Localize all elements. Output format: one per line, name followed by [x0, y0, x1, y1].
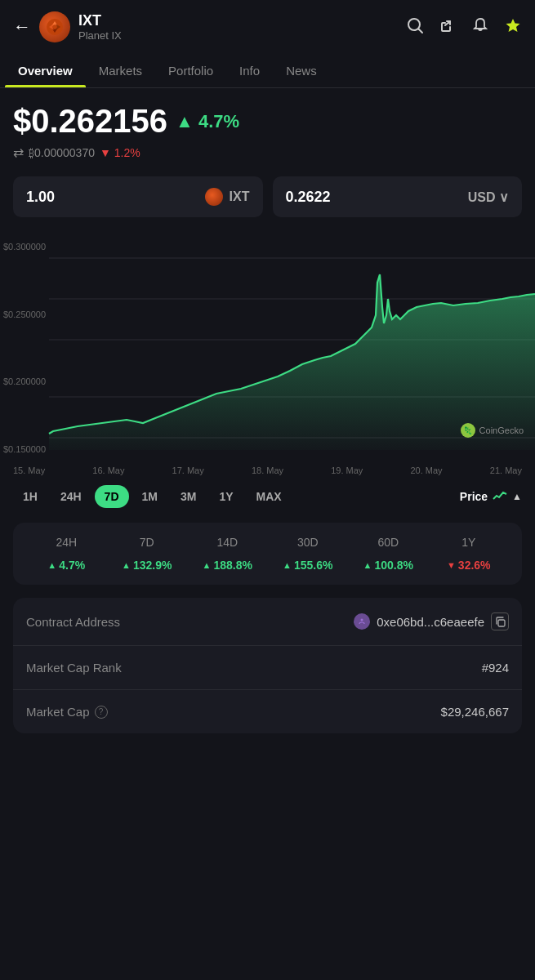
- y-label-2: $0.250000: [0, 310, 46, 319]
- market-cap-row: Market Cap ? $29,246,667: [13, 690, 522, 733]
- perf-val-30d: ▲155.6%: [268, 559, 349, 572]
- x-label-4: 18. May: [252, 466, 283, 475]
- coin-fullname: Planet IX: [78, 29, 122, 42]
- x-label-5: 19. May: [331, 466, 363, 475]
- contract-badge-icon: [354, 613, 370, 630]
- y-label-1: $0.300000: [0, 242, 46, 252]
- perf-header-60d: 60D: [348, 536, 429, 549]
- time-btn-24h[interactable]: 24H: [51, 485, 91, 508]
- price-section: $0.262156 ▲ 4.7% ⇄ ₿0.00000370 ▼ 1.2%: [0, 88, 535, 167]
- info-section: Contract Address 0xe06bd...c6eaeefe Mark…: [13, 598, 522, 733]
- y-label-3: $0.200000: [0, 376, 46, 386]
- contract-label: Contract Address: [26, 615, 120, 629]
- perf-val-24h: ▲4.7%: [26, 559, 107, 572]
- chart-icon: [493, 489, 507, 504]
- coingecko-logo: 🦎: [461, 423, 475, 438]
- time-btn-1h[interactable]: 1H: [13, 485, 47, 508]
- perf-val-1y: ▼32.6%: [429, 559, 510, 572]
- chart-y-labels: $0.300000 $0.250000 $0.200000 $0.150000: [0, 234, 46, 462]
- header-left: ← IXT Planet IX: [13, 11, 122, 42]
- performance-table: 24H 7D 14D 30D 60D 1Y ▲4.7% ▲132.9% ▲188…: [13, 523, 522, 585]
- converter-left-value: 1.00: [26, 189, 198, 206]
- x-label-7: 21. May: [490, 466, 522, 475]
- nav-tabs: Overview Markets Portfolio Info News: [0, 54, 535, 88]
- price-toggle-label: Price: [460, 490, 488, 503]
- coingecko-label: CoinGecko: [479, 425, 524, 435]
- time-btn-1m[interactable]: 1M: [132, 485, 167, 508]
- converter-left-currency: IXT: [230, 189, 250, 204]
- x-label-1: 15. May: [13, 466, 45, 475]
- perf-val-7d: ▲132.9%: [107, 559, 188, 572]
- tab-news[interactable]: News: [273, 54, 330, 87]
- main-price-container: $0.262156 ▲ 4.7%: [13, 103, 522, 140]
- market-cap-value: $29,246,667: [441, 705, 509, 719]
- perf-header-30d: 30D: [268, 536, 349, 549]
- chart-x-labels: 15. May 16. May 17. May 18. May 19. May …: [0, 462, 535, 477]
- coin-ticker: IXT: [78, 12, 122, 29]
- price-change-positive: ▲ 4.7%: [176, 111, 239, 132]
- copy-button[interactable]: [491, 612, 509, 630]
- search-icon[interactable]: [406, 16, 424, 38]
- perf-header-7d: 7D: [107, 536, 188, 549]
- perf-val-14d: ▲188.8%: [187, 559, 268, 572]
- converter-right-currency: USD ∨: [468, 189, 509, 205]
- help-icon: ?: [95, 706, 108, 719]
- tab-info[interactable]: Info: [226, 54, 273, 87]
- coin-logo: [39, 11, 70, 42]
- share-icon[interactable]: [439, 16, 457, 38]
- star-icon[interactable]: [504, 16, 522, 38]
- header-icons: [406, 16, 522, 38]
- market-cap-label: Market Cap ?: [26, 705, 108, 719]
- x-label-2: 16. May: [92, 466, 124, 475]
- market-cap-rank-label: Market Cap Rank: [26, 661, 122, 675]
- perf-header-14d: 14D: [187, 536, 268, 549]
- bell-icon[interactable]: [471, 16, 489, 38]
- time-btn-1y[interactable]: 1Y: [209, 485, 243, 508]
- main-price-value: $0.262156: [13, 103, 167, 140]
- svg-marker-7: [506, 19, 520, 32]
- market-cap-rank-value: #924: [482, 661, 509, 675]
- svg-rect-15: [498, 620, 505, 626]
- y-label-4: $0.150000: [0, 444, 46, 454]
- btc-value: ₿0.00000370: [29, 146, 95, 159]
- ixt-icon: [205, 188, 223, 206]
- chart-container: $0.300000 $0.250000 $0.200000 $0.150000 …: [0, 234, 535, 462]
- contract-value: 0xe06bd...c6eaeefe: [354, 612, 509, 630]
- price-toggle[interactable]: Price ▲: [460, 489, 522, 504]
- perf-header-1y: 1Y: [429, 536, 510, 549]
- back-button[interactable]: ←: [13, 16, 31, 38]
- svg-point-14: [361, 619, 363, 621]
- time-btn-7d[interactable]: 7D: [95, 485, 129, 508]
- converter: 1.00 IXT 0.2622 USD ∨: [0, 167, 535, 227]
- perf-header-24h: 24H: [26, 536, 107, 549]
- sort-up-icon: ▲: [512, 491, 522, 502]
- perf-headers: 24H 7D 14D 30D 60D 1Y: [26, 536, 509, 549]
- tab-portfolio[interactable]: Portfolio: [155, 54, 226, 87]
- perf-values: ▲4.7% ▲132.9% ▲188.8% ▲155.6% ▲100.8% ▼3…: [26, 559, 509, 572]
- header: ← IXT Planet IX: [0, 0, 535, 54]
- converter-right[interactable]: 0.2622 USD ∨: [273, 176, 523, 217]
- x-label-6: 20. May: [410, 466, 442, 475]
- btc-price: ⇄ ₿0.00000370 ▼ 1.2%: [13, 145, 522, 160]
- perf-val-60d: ▲100.8%: [348, 559, 429, 572]
- tab-overview[interactable]: Overview: [5, 54, 86, 87]
- x-label-3: 17. May: [172, 466, 204, 475]
- coingecko-badge: 🦎 CoinGecko: [461, 423, 524, 438]
- tab-markets[interactable]: Markets: [86, 54, 155, 87]
- arrows-icon: ⇄: [13, 145, 24, 160]
- time-btn-max[interactable]: MAX: [247, 485, 292, 508]
- time-range: 1H 24H 7D 1M 3M 1Y MAX Price ▲: [0, 477, 535, 516]
- chart-svg: [0, 234, 535, 462]
- contract-address: 0xe06bd...c6eaeefe: [377, 615, 484, 629]
- converter-left[interactable]: 1.00 IXT: [13, 176, 263, 217]
- svg-line-6: [419, 29, 423, 33]
- market-cap-rank-row: Market Cap Rank #924: [13, 646, 522, 690]
- time-btn-3m[interactable]: 3M: [171, 485, 206, 508]
- btc-change: ▼ 1.2%: [100, 146, 140, 159]
- coin-name-block: IXT Planet IX: [78, 12, 122, 42]
- contract-address-row: Contract Address 0xe06bd...c6eaeefe: [13, 598, 522, 646]
- converter-right-value: 0.2622: [286, 189, 461, 206]
